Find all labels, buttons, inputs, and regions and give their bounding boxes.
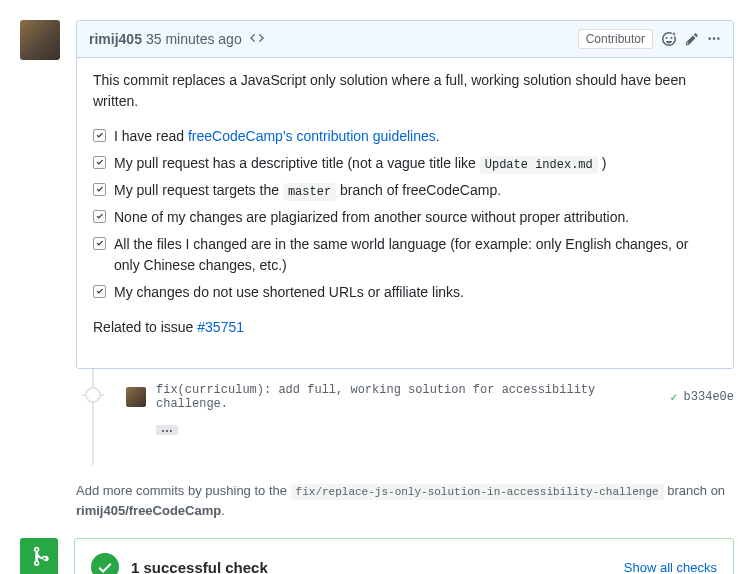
checklist-item: My pull request has a descriptive title …: [93, 153, 717, 174]
checks-label: 1 successful check: [131, 559, 612, 575]
comment-body: This commit replaces a JavaScript only s…: [77, 58, 733, 368]
show-all-checks-link[interactable]: Show all checks: [624, 560, 717, 575]
inline-code: Update index.md: [480, 156, 598, 174]
timeline: fix(curriculum): add full, working solut…: [76, 369, 734, 455]
checklist: I have read freeCodeCamp's contribution …: [93, 126, 717, 303]
ellipsis-button[interactable]: …: [156, 425, 178, 435]
checklist-item: I have read freeCodeCamp's contribution …: [93, 126, 717, 147]
checklist-item: All the files I changed are in the same …: [93, 234, 717, 276]
comment-container: rimij405 35 minutes ago Contributor: [20, 20, 734, 369]
inline-code: master: [283, 183, 336, 201]
push-tip: Add more commits by pushing to the fix/r…: [76, 481, 734, 520]
branch-name: fix/replace-js-only-solution-in-accessib…: [291, 484, 664, 500]
merge-icon: [20, 538, 58, 574]
checkbox-icon[interactable]: [93, 129, 106, 142]
checkbox-icon[interactable]: [93, 183, 106, 196]
related-issue: Related to issue #35751: [93, 317, 717, 338]
checklist-item: My pull request targets the master branc…: [93, 180, 717, 201]
commit-sha[interactable]: b334e0e: [684, 390, 734, 404]
timestamp[interactable]: 35 minutes ago: [146, 31, 242, 47]
checkbox-icon[interactable]: [93, 237, 106, 250]
comment-actions: Contributor: [578, 29, 721, 49]
body-intro: This commit replaces a JavaScript only s…: [93, 70, 717, 112]
commit-avatar[interactable]: [126, 387, 146, 407]
merge-status-box: 1 successful check Show all checks This …: [74, 538, 734, 574]
repo-name: rimij405/freeCodeCamp: [76, 503, 221, 518]
success-icon: [91, 553, 119, 574]
add-reaction-icon[interactable]: [661, 31, 677, 47]
checks-row: 1 successful check Show all checks: [75, 539, 733, 574]
code-icon[interactable]: [250, 31, 264, 48]
kebab-icon[interactable]: [707, 32, 721, 46]
checkbox-icon[interactable]: [93, 285, 106, 298]
comment-header: rimij405 35 minutes ago Contributor: [77, 21, 733, 58]
checkbox-icon[interactable]: [93, 210, 106, 223]
check-icon[interactable]: ✓: [670, 390, 677, 405]
commit-marker-icon: [85, 387, 101, 403]
commit-message[interactable]: fix(curriculum): add full, working solut…: [156, 383, 670, 411]
comment-box: rimij405 35 minutes ago Contributor: [76, 20, 734, 369]
commit-row: fix(curriculum): add full, working solut…: [76, 369, 734, 419]
issue-link[interactable]: #35751: [197, 319, 244, 335]
author-link[interactable]: rimij405: [89, 31, 142, 47]
edit-icon[interactable]: [685, 32, 699, 46]
checklist-item: None of my changes are plagiarized from …: [93, 207, 717, 228]
avatar[interactable]: [20, 20, 60, 60]
contributor-badge: Contributor: [578, 29, 653, 49]
checklist-item: My changes do not use shortened URLs or …: [93, 282, 717, 303]
merge-area: 1 successful check Show all checks This …: [20, 538, 734, 574]
checkbox-icon[interactable]: [93, 156, 106, 169]
guidelines-link[interactable]: freeCodeCamp's contribution guidelines: [188, 128, 436, 144]
